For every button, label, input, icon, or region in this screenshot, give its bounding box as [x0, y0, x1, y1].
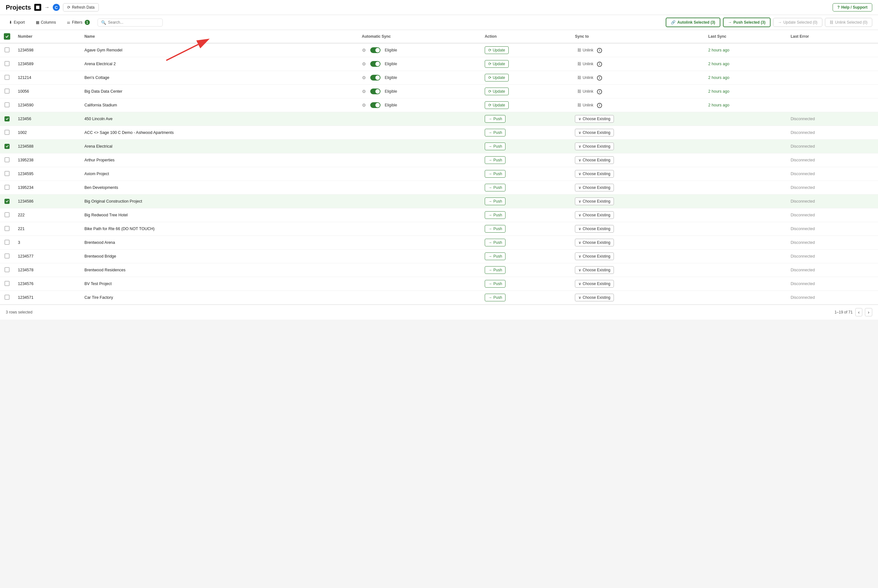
- gear-icon[interactable]: ⚙: [362, 89, 366, 94]
- choose-existing-button[interactable]: ∨ Choose Existing: [575, 142, 614, 150]
- update-button[interactable]: ⟳ Update: [485, 46, 509, 54]
- push-icon: →: [488, 185, 492, 190]
- cell-auto-sync: [358, 291, 481, 304]
- export-button[interactable]: ⬇ Export: [6, 18, 28, 26]
- update-selected-button[interactable]: → Update Selected (0): [773, 18, 822, 27]
- row-checkbox[interactable]: [5, 295, 10, 300]
- toggle-switch[interactable]: [370, 61, 380, 67]
- row-checkbox[interactable]: [5, 102, 10, 107]
- push-button[interactable]: → Push: [485, 142, 505, 150]
- push-button[interactable]: → Push: [485, 184, 505, 191]
- push-button[interactable]: → Push: [485, 280, 505, 288]
- push-button[interactable]: → Push: [485, 170, 505, 178]
- choose-existing-button[interactable]: ∨ Choose Existing: [575, 198, 614, 205]
- table-row: 1234578Brentwood Residences→ Push∨ Choos…: [0, 263, 878, 277]
- gear-icon[interactable]: ⚙: [362, 48, 366, 53]
- row-checkbox[interactable]: [5, 171, 10, 176]
- search-input[interactable]: [108, 20, 159, 25]
- gear-icon[interactable]: ⚙: [362, 103, 366, 108]
- update-button[interactable]: ⟳ Update: [485, 101, 509, 109]
- toggle-switch[interactable]: [370, 88, 380, 94]
- choose-existing-button[interactable]: ∨ Choose Existing: [575, 115, 614, 123]
- cell-sync-to: ∨ Choose Existing: [571, 195, 704, 208]
- choose-existing-button[interactable]: ∨ Choose Existing: [575, 156, 614, 164]
- row-checkbox[interactable]: [5, 185, 10, 190]
- filters-button[interactable]: ⚌ Filters 1: [64, 18, 93, 27]
- row-checkbox[interactable]: [5, 226, 10, 231]
- info-icon[interactable]: i: [597, 103, 602, 108]
- refresh-data-button[interactable]: ⟳ Refresh Data: [63, 3, 99, 12]
- push-button[interactable]: → Push: [485, 156, 505, 164]
- unlink-button[interactable]: ⛓ Unlink: [575, 46, 596, 54]
- cell-last-error: [787, 85, 878, 98]
- row-checkbox[interactable]: [5, 88, 10, 94]
- choose-existing-button[interactable]: ∨ Choose Existing: [575, 239, 614, 246]
- toggle-switch[interactable]: [370, 75, 380, 81]
- choose-existing-button[interactable]: ∨ Choose Existing: [575, 294, 614, 302]
- cell-last-sync: [704, 167, 787, 181]
- unlink-icon: ⛓: [577, 89, 581, 94]
- info-icon[interactable]: i: [597, 62, 602, 67]
- toggle-switch[interactable]: [370, 102, 380, 108]
- unlink-button[interactable]: ⛓ Unlink: [575, 74, 596, 81]
- gear-icon[interactable]: ⚙: [362, 62, 366, 66]
- columns-button[interactable]: ▦ Columns: [33, 18, 59, 26]
- cell-action: → Push: [481, 126, 571, 140]
- chevron-down-icon: ∨: [579, 226, 581, 231]
- choose-existing-button[interactable]: ∨ Choose Existing: [575, 252, 614, 260]
- push-button[interactable]: → Push: [485, 211, 505, 219]
- info-icon[interactable]: i: [597, 48, 602, 53]
- choose-existing-button[interactable]: ∨ Choose Existing: [575, 129, 614, 136]
- push-button[interactable]: → Push: [485, 294, 505, 302]
- cell-sync-to: ∨ Choose Existing: [571, 126, 704, 140]
- help-support-button[interactable]: ? Help / Support: [833, 3, 872, 12]
- toggle-switch[interactable]: [370, 47, 380, 53]
- choose-existing-button[interactable]: ∨ Choose Existing: [575, 266, 614, 274]
- row-checkbox[interactable]: [5, 61, 10, 66]
- unlink-button[interactable]: ⛓ Unlink: [575, 60, 596, 68]
- row-checkbox[interactable]: [5, 212, 10, 217]
- push-selected-button[interactable]: → Push Selected (3): [723, 18, 771, 27]
- choose-existing-button[interactable]: ∨ Choose Existing: [575, 225, 614, 232]
- gear-icon[interactable]: ⚙: [362, 75, 366, 80]
- update-button[interactable]: ⟳ Update: [485, 87, 509, 95]
- row-checkbox[interactable]: [5, 130, 10, 135]
- row-checkbox[interactable]: [5, 254, 10, 258]
- push-button[interactable]: → Push: [485, 129, 505, 136]
- row-checkbox[interactable]: [5, 240, 10, 245]
- update-button[interactable]: ⟳ Update: [485, 74, 509, 81]
- info-icon[interactable]: i: [597, 75, 602, 81]
- choose-existing-button[interactable]: ∨ Choose Existing: [575, 211, 614, 219]
- choose-existing-button[interactable]: ∨ Choose Existing: [575, 170, 614, 178]
- row-checkbox[interactable]: [5, 75, 10, 80]
- cell-auto-sync: ⚙ Eligible: [358, 85, 481, 98]
- row-checkbox[interactable]: [5, 199, 10, 204]
- unlink-button[interactable]: ⛓ Unlink: [575, 88, 596, 95]
- push-button[interactable]: → Push: [485, 239, 505, 246]
- header-checkbox[interactable]: [4, 33, 10, 40]
- push-button[interactable]: → Push: [485, 115, 505, 123]
- push-button[interactable]: → Push: [485, 198, 505, 205]
- push-button[interactable]: → Push: [485, 266, 505, 274]
- row-checkbox[interactable]: [5, 267, 10, 272]
- row-checkbox[interactable]: [5, 116, 10, 122]
- info-icon[interactable]: i: [597, 89, 602, 94]
- update-button[interactable]: ⟳ Update: [485, 60, 509, 68]
- row-checkbox[interactable]: [5, 144, 10, 149]
- autolink-selected-button[interactable]: 🔗 Autolink Selected (3): [666, 18, 720, 27]
- push-button[interactable]: → Push: [485, 252, 505, 260]
- chevron-down-icon: ∨: [579, 144, 581, 148]
- prev-page-button[interactable]: ‹: [855, 308, 863, 316]
- next-page-button[interactable]: ›: [865, 308, 872, 316]
- chevron-down-icon: ∨: [579, 199, 581, 204]
- choose-existing-button[interactable]: ∨ Choose Existing: [575, 280, 614, 288]
- update-icon: ⟳: [488, 103, 492, 107]
- cell-action: ⟳ Update: [481, 98, 571, 112]
- push-button[interactable]: → Push: [485, 225, 505, 232]
- row-checkbox[interactable]: [5, 47, 10, 52]
- choose-existing-button[interactable]: ∨ Choose Existing: [575, 184, 614, 191]
- unlink-selected-button[interactable]: ⛓ Unlink Selected (0): [825, 18, 872, 27]
- row-checkbox[interactable]: [5, 281, 10, 286]
- row-checkbox[interactable]: [5, 157, 10, 162]
- unlink-button[interactable]: ⛓ Unlink: [575, 102, 596, 109]
